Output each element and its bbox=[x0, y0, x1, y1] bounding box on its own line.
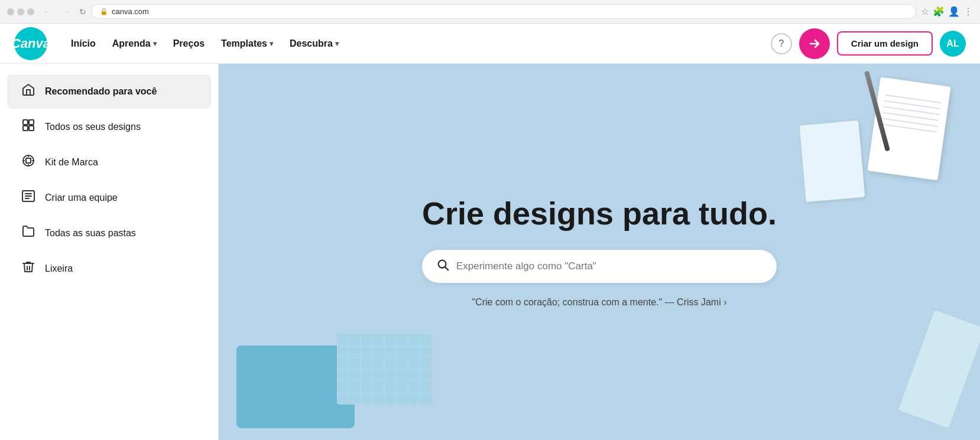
sidebar-label-recomendado: Recomendado para você bbox=[45, 86, 157, 97]
reload-button[interactable]: ↻ bbox=[79, 7, 86, 17]
svg-rect-1 bbox=[29, 120, 34, 125]
avatar[interactable]: AL bbox=[940, 31, 966, 57]
sidebar-label-lixeira: Lixeira bbox=[45, 263, 73, 274]
nav-links: Início Aprenda ▾ Preços Templates ▾ Desc… bbox=[64, 34, 771, 54]
browser-actions: ☆ 🧩 👤 ⋮ bbox=[921, 6, 973, 17]
chevron-down-icon-templates: ▾ bbox=[270, 40, 273, 48]
sidebar-item-criar-equipe[interactable]: Criar uma equipe bbox=[7, 181, 211, 215]
extensions-button[interactable]: 🧩 bbox=[933, 6, 945, 17]
arrow-button[interactable] bbox=[799, 28, 830, 59]
nav-templates[interactable]: Templates ▾ bbox=[214, 34, 280, 54]
address-bar[interactable]: 🔒 canva.com bbox=[91, 4, 916, 19]
grid-icon bbox=[21, 118, 35, 136]
deco-grid bbox=[337, 334, 431, 405]
sidebar-item-recomendado[interactable]: Recomendado para você bbox=[7, 74, 211, 109]
browser-dots bbox=[7, 8, 34, 15]
trash-icon bbox=[21, 260, 35, 278]
home-icon bbox=[21, 83, 35, 100]
search-icon bbox=[436, 258, 449, 275]
team-icon bbox=[21, 189, 35, 207]
forward-button[interactable]: → bbox=[59, 6, 74, 18]
folder-icon bbox=[21, 224, 35, 242]
hero-quote: "Crie com o coração; construa com a ment… bbox=[422, 297, 777, 308]
url-text: canva.com bbox=[112, 7, 149, 16]
hero-content: Crie designs para tudo. "Crie com o cora… bbox=[422, 196, 777, 308]
menu-button[interactable]: ⋮ bbox=[963, 6, 973, 17]
browser-dot-max bbox=[27, 8, 34, 15]
svg-rect-5 bbox=[26, 158, 31, 163]
chevron-down-icon-descubra: ▾ bbox=[335, 40, 339, 48]
deco-notebook2 bbox=[800, 120, 865, 202]
nav-descubra[interactable]: Descubra ▾ bbox=[283, 34, 346, 54]
svg-rect-3 bbox=[29, 126, 34, 131]
sidebar-item-pastas[interactable]: Todas as suas pastas bbox=[7, 216, 211, 250]
sidebar-label-kit-marca: Kit de Marca bbox=[45, 157, 98, 168]
sidebar-label-todos-designs: Todos os seus designs bbox=[45, 122, 141, 132]
back-button[interactable]: ← bbox=[39, 6, 54, 18]
nav-aprenda[interactable]: Aprenda ▾ bbox=[105, 34, 164, 54]
sidebar-item-kit-marca[interactable]: Kit de Marca bbox=[7, 145, 211, 180]
svg-line-12 bbox=[445, 267, 448, 270]
browser-chrome: ← → ↻ 🔒 canva.com ☆ 🧩 👤 ⋮ bbox=[0, 0, 980, 24]
nav-right: ? Criar um design AL bbox=[771, 28, 966, 59]
deco-ruler bbox=[898, 310, 980, 428]
sidebar-item-todos-designs[interactable]: Todos os seus designs bbox=[7, 110, 211, 144]
hero-title: Crie designs para tudo. bbox=[422, 196, 777, 231]
top-nav: Canva Início Aprenda ▾ Preços Templates … bbox=[0, 24, 980, 64]
hero-section: Crie designs para tudo. "Crie com o cora… bbox=[219, 64, 980, 440]
sidebar-label-criar-equipe: Criar uma equipe bbox=[45, 193, 118, 203]
sidebar-item-lixeira[interactable]: Lixeira bbox=[7, 252, 211, 286]
logo[interactable]: Canva bbox=[14, 27, 47, 60]
lock-icon: 🔒 bbox=[100, 8, 108, 15]
sidebar-label-pastas: Todas as suas pastas bbox=[45, 228, 136, 239]
browser-dot-min bbox=[17, 8, 24, 15]
nav-precos[interactable]: Preços bbox=[166, 34, 212, 54]
svg-rect-2 bbox=[23, 126, 28, 131]
nav-inicio[interactable]: Início bbox=[64, 34, 103, 54]
browser-dot-close bbox=[7, 8, 14, 15]
profile-button[interactable]: 👤 bbox=[948, 6, 960, 17]
criar-design-button[interactable]: Criar um design bbox=[837, 31, 933, 56]
logo-text: Canva bbox=[11, 36, 50, 51]
chevron-down-icon: ▾ bbox=[153, 40, 157, 48]
search-input[interactable] bbox=[456, 260, 762, 272]
brand-icon bbox=[21, 154, 35, 171]
sidebar: Recomendado para você Todos os seus desi… bbox=[0, 64, 219, 440]
main-layout: Recomendado para você Todos os seus desi… bbox=[0, 64, 980, 440]
svg-rect-0 bbox=[23, 120, 28, 125]
search-bar bbox=[422, 250, 777, 283]
help-button[interactable]: ? bbox=[771, 33, 792, 54]
arrow-right-icon bbox=[807, 37, 822, 51]
star-button[interactable]: ☆ bbox=[921, 6, 929, 17]
